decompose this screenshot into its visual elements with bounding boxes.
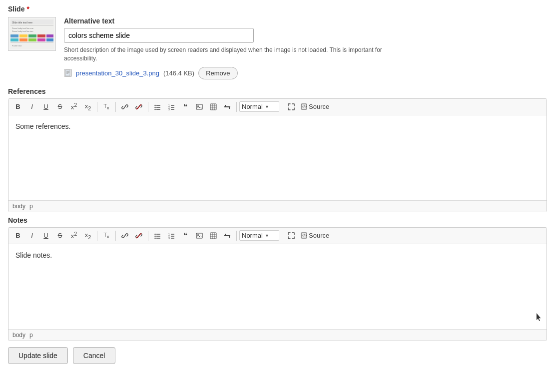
references-italic-btn[interactable]: I <box>25 101 38 113</box>
references-fullscreen-btn[interactable] <box>285 101 298 113</box>
notes-source-btn[interactable]: </> Source <box>299 231 331 240</box>
svg-rect-32 <box>171 107 174 108</box>
notes-source-label: Source <box>309 232 329 239</box>
svg-rect-11 <box>10 38 18 41</box>
notes-editor-body[interactable]: Slide notes. <box>8 244 547 329</box>
notes-ul-btn[interactable] <box>151 230 164 242</box>
svg-rect-28 <box>156 109 160 110</box>
svg-rect-30 <box>171 105 174 106</box>
references-sep4 <box>236 102 237 112</box>
svg-rect-20 <box>66 72 69 73</box>
notes-hr-btn[interactable] <box>221 230 234 242</box>
notes-content: Slide notes. <box>15 250 540 261</box>
references-format-select[interactable]: Normal ▼ <box>239 101 279 112</box>
notes-format-value: Normal <box>242 232 263 239</box>
svg-rect-12 <box>19 38 27 41</box>
svg-rect-7 <box>19 34 27 37</box>
references-editor: B I U S x2 x2 Tx <box>8 98 547 212</box>
notes-image-btn[interactable] <box>193 230 206 242</box>
svg-text:Some body text line one: Some body text line one <box>12 27 34 29</box>
references-unlink-btn[interactable] <box>132 101 145 113</box>
svg-point-23 <box>154 104 155 105</box>
notes-unlink-btn[interactable] <box>132 230 145 242</box>
references-content: Some references. <box>15 121 540 132</box>
notes-sep4 <box>236 231 237 241</box>
alt-text-label: Alternative text <box>64 17 547 25</box>
svg-rect-26 <box>156 107 160 108</box>
file-info: presentation_30_slide_3.png (146.4 KB) R… <box>64 67 547 79</box>
references-strikethrough-btn[interactable]: S <box>53 101 66 113</box>
update-slide-button[interactable]: Update slide <box>8 347 68 364</box>
notes-clearformat-btn[interactable]: Tx <box>100 230 113 242</box>
notes-sep3 <box>148 231 148 241</box>
notes-link-btn[interactable] <box>118 230 131 242</box>
notes-label: Notes <box>8 216 547 224</box>
references-hr-btn[interactable] <box>221 101 234 113</box>
svg-text:3.: 3. <box>168 237 170 239</box>
references-bold-btn[interactable]: B <box>11 101 24 113</box>
svg-text:</>: </> <box>302 234 307 237</box>
alt-text-description: Short description of the image used by s… <box>64 46 389 63</box>
notes-sep5 <box>282 231 282 241</box>
svg-point-48 <box>154 233 155 234</box>
references-image-btn[interactable] <box>193 101 206 113</box>
svg-rect-69 <box>229 236 230 238</box>
notes-italic-btn[interactable]: I <box>25 230 38 242</box>
svg-point-25 <box>154 106 155 107</box>
svg-text:Slide title text here: Slide title text here <box>12 21 32 24</box>
notes-sep2 <box>115 231 116 241</box>
notes-underline-btn[interactable]: U <box>39 230 52 242</box>
notes-format-select[interactable]: Normal ▼ <box>239 230 279 241</box>
svg-text:Some body text line two: Some body text line two <box>12 30 33 32</box>
svg-rect-37 <box>210 104 216 110</box>
svg-rect-3 <box>10 25 53 26</box>
svg-rect-51 <box>156 236 160 237</box>
references-ol-btn[interactable]: 1. 2. 3. <box>165 101 178 113</box>
references-editor-body[interactable]: Some references. <box>8 115 547 200</box>
notes-fullscreen-btn[interactable] <box>285 230 298 242</box>
notes-bold-btn[interactable]: B <box>11 230 24 242</box>
references-format-arrow: ▼ <box>265 104 277 109</box>
notes-superscript-btn[interactable]: x2 <box>67 230 80 242</box>
svg-rect-68 <box>225 234 226 235</box>
references-blockquote-btn[interactable]: ❝ <box>179 101 192 113</box>
svg-line-47 <box>136 233 141 238</box>
svg-rect-24 <box>156 105 160 106</box>
references-link-btn[interactable] <box>118 101 131 113</box>
notes-table-btn[interactable] <box>207 230 220 242</box>
svg-text:3.: 3. <box>168 108 170 110</box>
svg-rect-10 <box>46 34 53 37</box>
notes-ol-btn[interactable]: 1. 2. 3. <box>165 230 178 242</box>
file-size: (146.4 KB) <box>163 69 194 77</box>
slide-thumbnail: Slide title text here Some body text lin… <box>8 17 56 51</box>
references-source-btn[interactable]: </> Source <box>299 102 331 111</box>
references-toolbar: B I U S x2 x2 Tx <box>8 99 547 115</box>
references-ul-btn[interactable] <box>151 101 164 113</box>
alt-text-section: Alternative text Short description of th… <box>64 17 547 79</box>
notes-subscript-btn[interactable]: x2 <box>81 230 94 242</box>
slide-field-label: Slide <box>8 5 24 13</box>
notes-blockquote-btn[interactable]: ❝ <box>179 230 192 242</box>
remove-button[interactable]: Remove <box>198 67 237 79</box>
references-clearformat-btn[interactable]: Tx <box>100 101 113 113</box>
references-source-label: Source <box>309 103 329 110</box>
references-table-btn[interactable] <box>207 101 220 113</box>
cancel-button[interactable]: Cancel <box>73 347 116 364</box>
svg-rect-16 <box>10 42 53 43</box>
file-link[interactable]: presentation_30_slide_3.png <box>76 69 159 77</box>
notes-footer-tag1: body <box>12 332 25 339</box>
svg-rect-53 <box>156 238 160 239</box>
notes-footer-tag2: p <box>29 332 33 339</box>
references-footer-tag2: p <box>29 203 33 210</box>
references-subscript-btn[interactable]: x2 <box>81 101 94 113</box>
references-underline-btn[interactable]: U <box>39 101 52 113</box>
svg-rect-43 <box>225 105 226 106</box>
slide-upload-area: Slide title text here Some body text lin… <box>8 17 547 79</box>
file-icon <box>64 69 72 77</box>
references-footer-tag1: body <box>12 203 25 210</box>
references-superscript-btn[interactable]: x2 <box>67 101 80 113</box>
svg-point-50 <box>154 235 155 236</box>
alt-text-input[interactable] <box>64 28 254 43</box>
notes-strikethrough-btn[interactable]: S <box>53 230 66 242</box>
svg-rect-62 <box>210 233 216 239</box>
